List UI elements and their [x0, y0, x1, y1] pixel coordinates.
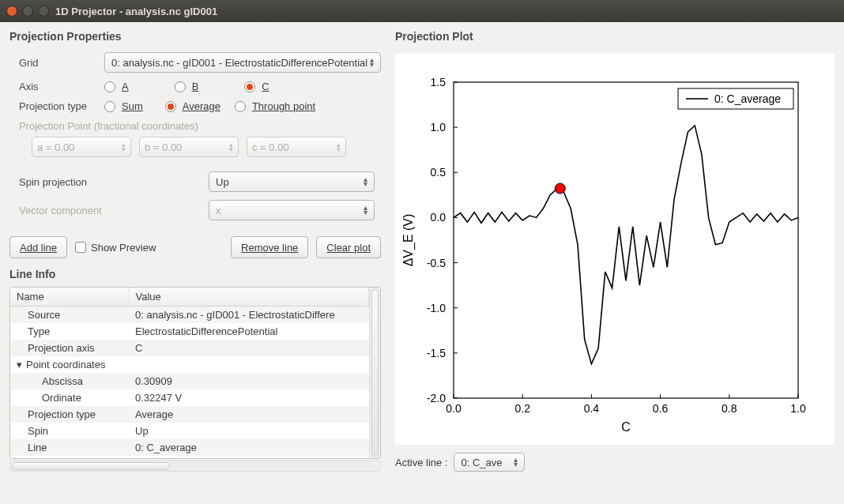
vector-component-label: Vector component: [19, 205, 209, 216]
window-title: 1D Projector - analysis.nc gID001: [55, 6, 217, 17]
projection-point-label: Projection Point (fractional coordinates…: [19, 120, 198, 132]
projpoint-a-spinner: a = 0.00▴▾: [32, 137, 131, 157]
vertical-scrollbar[interactable]: [369, 288, 380, 458]
table-row: TypeElectrostaticDifferencePotential: [10, 323, 369, 340]
table-row: Projection axisC: [10, 340, 369, 356]
grid-combo-value: 0: analysis.nc - gID001 - ElectrostaticD…: [111, 57, 367, 69]
svg-text:-0.5: -0.5: [427, 257, 446, 269]
table-row: Line0: C_average: [10, 439, 369, 456]
minimize-icon[interactable]: [22, 6, 33, 17]
svg-text:0: C_average: 0: C_average: [714, 92, 781, 105]
projpoint-b-spinner: b = 0.00▴▾: [139, 137, 239, 157]
table-header-value[interactable]: Value: [129, 288, 369, 307]
table-row: SpinUp: [10, 423, 369, 439]
tree-collapse-icon[interactable]: ▾: [17, 359, 24, 370]
projtype-radio-average[interactable]: Average: [165, 100, 220, 112]
chevron-updown-icon: ▴▾: [370, 58, 374, 67]
svg-text:0.0: 0.0: [446, 402, 462, 415]
svg-text:ΔV_E (V): ΔV_E (V): [401, 214, 416, 267]
svg-text:-2.0: -2.0: [427, 392, 446, 404]
active-line-combo[interactable]: 0: C_ave ▴▾: [454, 453, 525, 472]
projection-plot-heading: Projection Plot: [395, 30, 835, 43]
projection-plot[interactable]: 0.00.20.40.60.81.0-2.0-1.5-1.0-0.50.00.5…: [395, 54, 835, 445]
table-row: Abscissa0.30909: [10, 373, 369, 389]
chevron-updown-icon: ▴▾: [364, 177, 367, 186]
svg-text:-1.5: -1.5: [427, 347, 446, 359]
add-line-button[interactable]: Add line: [9, 236, 67, 258]
line-info-heading: Line Info: [9, 268, 381, 280]
table-row: Ordinate0.32247 V: [10, 389, 369, 406]
grid-combo[interactable]: 0: analysis.nc - gID001 - ElectrostaticD…: [104, 52, 381, 73]
spin-projection-combo[interactable]: Up ▴▾: [209, 171, 375, 192]
table-header-name[interactable]: Name: [10, 288, 129, 307]
remove-line-button[interactable]: Remove line: [231, 236, 308, 258]
projection-type-label: Projection type: [19, 100, 104, 112]
projection-properties-heading: Projection Properties: [9, 30, 381, 43]
table-row: Projection typeAverage: [10, 406, 369, 423]
svg-text:0.8: 0.8: [722, 402, 737, 415]
projpoint-c-spinner: c = 0.00▴▾: [247, 137, 346, 157]
projtype-radio-sum[interactable]: Sum: [104, 100, 143, 112]
close-icon[interactable]: [6, 6, 17, 17]
svg-text:0.5: 0.5: [431, 166, 446, 179]
svg-text:0.4: 0.4: [584, 402, 600, 415]
svg-text:1.5: 1.5: [431, 76, 446, 88]
line-info-table[interactable]: Name Value Source0: analysis.nc - gID001…: [9, 287, 381, 459]
chevron-updown-icon: ▴▾: [514, 457, 518, 467]
horizontal-scrollbar[interactable]: [9, 461, 381, 472]
spin-projection-label: Spin projection: [19, 176, 209, 188]
axis-radio-c[interactable]: C: [244, 81, 269, 92]
svg-text:0.2: 0.2: [514, 402, 530, 415]
window-titlebar: 1D Projector - analysis.nc gID001: [0, 0, 844, 22]
svg-text:-1.0: -1.0: [427, 302, 446, 314]
svg-text:0.6: 0.6: [653, 402, 669, 415]
svg-text:1.0: 1.0: [790, 402, 806, 415]
projtype-radio-through[interactable]: Through point: [235, 100, 315, 112]
maximize-icon[interactable]: [38, 6, 49, 17]
axis-radio-a[interactable]: A: [104, 81, 129, 92]
axis-label: Axis: [19, 81, 104, 92]
svg-text:C: C: [621, 420, 631, 434]
svg-point-31: [555, 183, 565, 194]
show-preview-checkbox[interactable]: Show Preview: [75, 242, 156, 254]
svg-text:1.0: 1.0: [431, 121, 446, 134]
table-row: ▾Point coordinates: [10, 356, 369, 373]
svg-rect-0: [454, 82, 798, 398]
axis-radio-b[interactable]: B: [175, 81, 199, 92]
clear-plot-button[interactable]: Clear plot: [316, 236, 381, 258]
table-row: Source0: analysis.nc - gID001 - Electros…: [10, 307, 369, 324]
svg-text:0.0: 0.0: [431, 211, 446, 224]
grid-label: Grid: [19, 57, 104, 69]
vector-component-combo: x ▴▾: [209, 200, 375, 220]
active-line-label: Active line :: [395, 457, 447, 468]
